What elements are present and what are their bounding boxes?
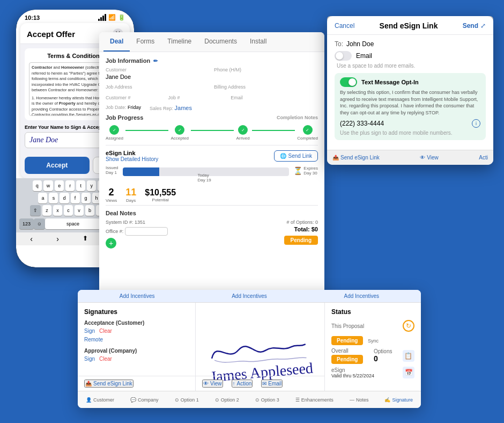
- billing-address-field: Billing Address: [214, 84, 318, 91]
- options-label: Options: [374, 348, 392, 354]
- view-link[interactable]: 👁 View: [202, 380, 223, 388]
- phone-forward-btn[interactable]: ›: [56, 235, 59, 243]
- nav-enhancements[interactable]: ☰ Enhancements: [295, 397, 333, 403]
- bar-visualization: TodayDay 19: [123, 165, 290, 176]
- send-link-button[interactable]: 🌐 Send Link: [274, 150, 318, 162]
- esign-modal-header: Cancel Send eSign Link Send ⤢: [327, 16, 493, 35]
- action-icon: ↑: [233, 381, 235, 386]
- action-view-label: View: [427, 155, 439, 161]
- action-act-button[interactable]: Acti: [479, 155, 488, 161]
- key-c[interactable]: c: [64, 205, 73, 216]
- acceptance-sign-button[interactable]: Sign: [84, 328, 95, 334]
- status-badge: Pending: [284, 236, 318, 245]
- nav-option1[interactable]: ⊙ Option 1: [175, 397, 199, 403]
- email-toggle[interactable]: [335, 51, 352, 61]
- nav-notes[interactable]: — Notes: [350, 397, 369, 403]
- step-completed: ✓ Completed: [297, 125, 318, 141]
- acceptance-remote-button[interactable]: Remote: [84, 337, 103, 342]
- change-icon[interactable]: 📅: [403, 367, 414, 378]
- tab-forms[interactable]: Forms: [130, 32, 161, 52]
- key-z[interactable]: z: [42, 205, 51, 216]
- show-detailed-link[interactable]: Show Detailed History: [106, 156, 158, 162]
- add-incentives-bar: Add Incentives Add Incentives Add Incent…: [78, 290, 421, 303]
- key-w[interactable]: w: [43, 180, 54, 191]
- tab-documents[interactable]: Documents: [198, 32, 243, 52]
- action-view-button[interactable]: 👁 View: [420, 155, 439, 161]
- proposal-status-badge: Pending: [331, 336, 363, 345]
- add-incentives-btn-1[interactable]: Add Incentives: [120, 293, 155, 299]
- sales-rep-field: Sales Rep: James: [150, 105, 192, 111]
- tab-deal[interactable]: Deal: [103, 32, 130, 52]
- key-g[interactable]: g: [81, 193, 91, 203]
- proposal-status-row: Pending Sync: [331, 335, 414, 345]
- esign-cancel-button[interactable]: Cancel: [335, 22, 354, 30]
- job-progress-header: Job Progress Completion Notes: [106, 114, 318, 121]
- office-input[interactable]: [125, 227, 168, 236]
- send-esign-link-button[interactable]: 📤 Send eSign Link: [84, 380, 134, 388]
- phone-share-btn[interactable]: ⬆: [83, 235, 88, 243]
- customer-field: Customer Jane Doe: [106, 67, 210, 80]
- action-send-esign-button[interactable]: 📤 Send eSign Link: [332, 155, 380, 161]
- acceptance-clear-button[interactable]: Clear: [99, 328, 112, 334]
- signal-icon: [98, 14, 106, 21]
- key-y[interactable]: y: [87, 180, 96, 191]
- text-opt-in-section: Text Message Opt-In By selecting this op…: [335, 73, 486, 140]
- step-accepted-label: Accepted: [171, 136, 188, 141]
- key-d[interactable]: d: [60, 193, 69, 203]
- action-send-icon: 📤: [332, 155, 339, 161]
- key-emoji[interactable]: ☺: [34, 218, 45, 229]
- nav-signature[interactable]: ✍ Signature: [384, 397, 413, 403]
- esign-expand-icon[interactable]: ⤢: [480, 22, 486, 30]
- key-e[interactable]: e: [55, 180, 64, 191]
- approval-sign-button[interactable]: Sign: [84, 356, 95, 362]
- key-q[interactable]: q: [33, 180, 42, 191]
- accept-button[interactable]: Accept: [25, 157, 90, 174]
- signature-footer: 📤 Send eSign Link: [78, 376, 196, 391]
- add-incentives-btn-2[interactable]: Add Incentives: [232, 293, 267, 299]
- nav-enhancements-label: Enhancements: [301, 397, 333, 403]
- key-v[interactable]: v: [75, 205, 84, 216]
- sales-rep-value: James: [175, 105, 192, 111]
- acceptance-buttons: Sign Clear: [84, 328, 189, 334]
- key-b[interactable]: b: [85, 205, 94, 216]
- send-esign-label: Send eSign Link: [93, 381, 132, 386]
- tab-timeline[interactable]: Timeline: [161, 32, 198, 52]
- nav-customer[interactable]: 👤 Customer: [86, 397, 114, 403]
- action-link[interactable]: ↑ Action: [232, 380, 253, 388]
- wifi-icon: 📶: [108, 14, 116, 21]
- progress-line-1: [125, 130, 169, 131]
- key-t[interactable]: t: [76, 180, 85, 191]
- esign-send-button[interactable]: Send: [463, 22, 478, 30]
- key-s[interactable]: s: [49, 193, 58, 203]
- opt-in-header: Text Message Opt-In: [340, 77, 480, 87]
- key-numbers[interactable]: 123: [19, 218, 34, 229]
- deal-panel: Deal Forms Timeline Documents Install Jo…: [99, 32, 324, 306]
- info-circle[interactable]: i: [472, 119, 480, 128]
- approval-clear-button[interactable]: Clear: [99, 356, 112, 362]
- add-incentives-btn-3[interactable]: Add Incentives: [344, 293, 380, 299]
- step-completed-label: Completed: [297, 136, 318, 141]
- overall-row: Overall Pending Options 0 📋: [331, 348, 414, 363]
- edit-icon[interactable]: ✏: [153, 58, 158, 64]
- deal-notes: Deal Notes System ID #: 1351 Office #: +…: [106, 205, 318, 249]
- key-a[interactable]: a: [38, 193, 47, 203]
- sync-icon[interactable]: ↻: [403, 320, 414, 332]
- nav-company[interactable]: 💬 Company: [130, 397, 159, 403]
- key-f[interactable]: f: [71, 193, 80, 203]
- key-shift[interactable]: ⇧: [30, 205, 41, 216]
- manage-icon[interactable]: 📋: [403, 350, 414, 362]
- deal-notes-header: Deal Notes: [106, 210, 318, 216]
- email-link[interactable]: ✉ Email: [261, 380, 283, 388]
- phone-back-btn[interactable]: ‹: [30, 235, 33, 243]
- customer-num-label: Customer #: [106, 95, 164, 100]
- job-info-grid: Customer Jane Doe Phone (H/M) Job Addres…: [106, 67, 318, 91]
- phone-input[interactable]: [340, 120, 469, 127]
- key-space[interactable]: space: [45, 218, 101, 229]
- key-r[interactable]: r: [65, 180, 75, 191]
- nav-option2[interactable]: ⊙ Option 2: [215, 397, 239, 403]
- tab-install[interactable]: Install: [243, 32, 273, 52]
- nav-option3[interactable]: ⊙ Option 3: [255, 397, 279, 403]
- add-button[interactable]: +: [106, 238, 116, 249]
- text-opt-in-toggle[interactable]: [340, 77, 357, 87]
- key-x[interactable]: x: [53, 205, 62, 216]
